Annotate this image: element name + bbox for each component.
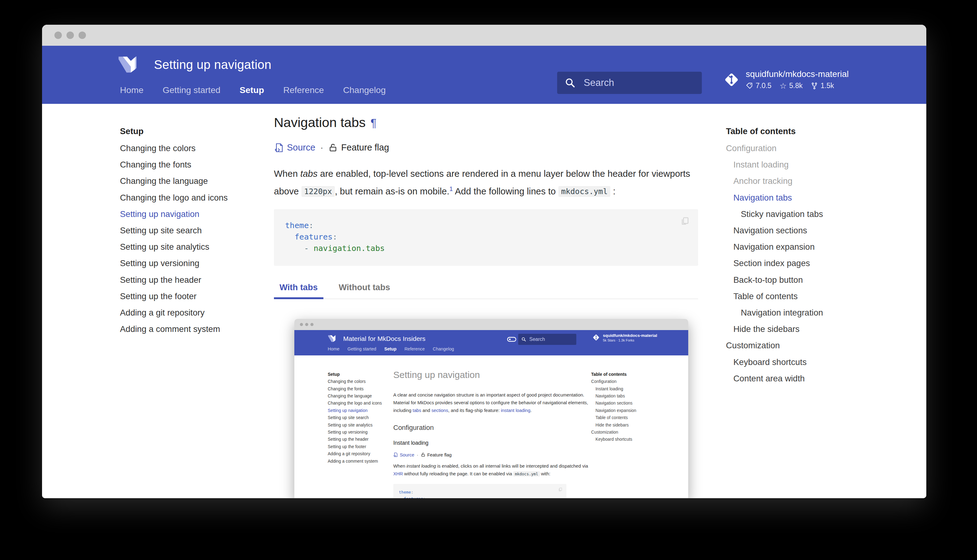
mini-repo-name: squidfunk/mkdocs-material	[603, 333, 657, 338]
mini-link: instant loading	[501, 408, 530, 413]
nav-tab[interactable]: Changelog	[343, 85, 386, 95]
source-file-icon	[274, 143, 284, 153]
page-title: Setting up navigation	[154, 58, 272, 72]
intro-paragraph: When tabs are enabled, top-level section…	[274, 166, 698, 199]
mini-sidebar-title: Setup	[328, 371, 393, 378]
source-link[interactable]: Source	[287, 142, 315, 153]
toc-item[interactable]: Section index pages	[726, 255, 871, 272]
mini-toc-item: Configuration	[591, 378, 662, 385]
mkdocs-material-logo-icon[interactable]	[117, 56, 137, 73]
content-tabs: With tabsWithout tabs	[274, 282, 698, 299]
toc-item[interactable]: Back-to-top button	[726, 272, 871, 288]
mini-search-input: Search	[518, 334, 576, 345]
git-icon	[722, 70, 741, 89]
sidebar-item[interactable]: Changing the logo and icons	[120, 190, 253, 206]
toc-item[interactable]: Navigation integration	[726, 304, 871, 321]
toc-item[interactable]: Anchor tracking	[726, 173, 871, 189]
toc-item[interactable]: Navigation sections	[726, 222, 871, 238]
mini-source-file-icon	[393, 452, 398, 457]
repo-version: 7.0.5	[755, 82, 771, 90]
mini-sidebar-item: Changing the logo and icons	[328, 400, 393, 407]
nav-tab[interactable]: Getting started	[163, 85, 220, 95]
mini-toc-item: Navigation tabs	[591, 392, 662, 400]
toc-item[interactable]: Table of contents	[726, 288, 871, 304]
source-meta-line: Source · Feature flag	[274, 142, 698, 153]
mini-toc-item: Keyboard shortcuts	[591, 436, 662, 443]
sidebar-item[interactable]: Setting up the footer	[120, 288, 253, 304]
mini-page-content: Setup Changing the colorsChanging the fo…	[294, 355, 688, 498]
mini-feature-flag-label: Feature flag	[427, 452, 452, 457]
sidebar-item[interactable]: Adding a comment system	[120, 321, 253, 337]
toc-item[interactable]: Hide the sidebars	[726, 321, 871, 337]
mini-nav-tab: Setup	[384, 347, 396, 352]
content-tab[interactable]: Without tabs	[333, 282, 396, 298]
nav-tab[interactable]: Reference	[283, 85, 324, 95]
mini-sidebar-item: Setting up site analytics	[328, 422, 393, 428]
toc-item[interactable]: Sticky navigation tabs	[726, 206, 871, 222]
star-icon: ☆	[779, 82, 787, 90]
mini-intro-paragraph: A clear and concise navigation structure…	[393, 391, 591, 415]
mini-sidebar-item: Adding a comment system	[328, 458, 393, 465]
toc-item[interactable]: Instant loading	[726, 157, 871, 173]
mini-toggle-switch-icon	[507, 337, 516, 342]
search-input[interactable]: Search	[557, 72, 702, 94]
mini-sidebar-item: Setting up versioning	[328, 428, 393, 436]
sidebar-item[interactable]: Setting up versioning	[120, 255, 253, 272]
sidebar-item[interactable]: Changing the language	[120, 173, 253, 189]
content-tab[interactable]: With tabs	[274, 282, 323, 298]
copy-button[interactable]	[680, 216, 690, 227]
nav-tab[interactable]: Setup	[240, 85, 264, 95]
toc-item[interactable]: Navigation expansion	[726, 238, 871, 255]
sidebar-item[interactable]: Setting up site search	[120, 222, 253, 238]
mini-sidebar: Setup Changing the colorsChanging the fo…	[328, 371, 393, 465]
mini-article-heading: Setting up navigation	[393, 370, 597, 380]
mini-inline-code: mkdocs.yml	[513, 471, 540, 477]
footnote-link[interactable]: 1	[449, 185, 453, 192]
mini-toc-item: Instant loading	[591, 385, 662, 392]
traffic-light-button[interactable]	[78, 32, 86, 39]
separator-dot: ·	[320, 142, 323, 153]
mini-sidebar-item: Changing the colors	[328, 378, 393, 385]
mini-traffic-light	[300, 323, 303, 326]
sidebar-item[interactable]: Adding a git repository	[120, 304, 253, 321]
repo-link[interactable]: squidfunk/mkdocs-material 7.0.5 ☆ 5.8k	[722, 69, 849, 90]
mini-emphasis-text: instant loading	[407, 463, 436, 468]
sidebar-section-title: Setup	[120, 123, 253, 139]
traffic-light-button[interactable]	[54, 32, 62, 39]
toc-item[interactable]: Navigation tabs	[726, 190, 871, 206]
mini-separator-dot: ·	[417, 452, 418, 457]
inline-code: mkdocs.yml	[559, 186, 611, 197]
sidebar-item[interactable]: Setting up navigation	[120, 206, 253, 222]
mini-toc-item: Navigation sections	[591, 400, 662, 407]
sidebar-item[interactable]: Changing the colors	[120, 140, 253, 157]
mini-logo-icon	[328, 335, 336, 342]
toc-item[interactable]: Customization	[726, 337, 871, 353]
nav-tab[interactable]: Home	[120, 85, 143, 95]
sidebar-item[interactable]: Setting up the header	[120, 272, 253, 288]
emphasis-text: tabs	[300, 168, 318, 178]
mini-nav-tabs: HomeGetting startedSetupReferenceChangel…	[294, 344, 688, 353]
mini-repo-meta: 5k Stars · 1.3k Forks	[603, 338, 657, 342]
mini-link: tabs	[413, 408, 422, 413]
browser-window: Setting up navigation Search squidfunk/m…	[42, 25, 926, 498]
toc-item[interactable]: Content area width	[726, 370, 871, 387]
article: Navigation tabs¶ Source · Feature flag W…	[274, 115, 698, 498]
mini-code-block: theme: features: - navigation.instant	[393, 484, 567, 498]
toc-item[interactable]: Keyboard shortcuts	[726, 354, 871, 370]
mini-search-icon	[521, 337, 526, 342]
mini-link: sections	[431, 408, 448, 413]
mini-toc-item: Hide the sidebars	[591, 422, 662, 428]
mini-code-content: theme: features: - navigation.instant	[399, 489, 561, 498]
primary-sidebar: Setup Changing the colorsChanging the fo…	[120, 123, 253, 337]
headerlink-pilcrow[interactable]: ¶	[370, 117, 376, 130]
mini-sidebar-item: Setting up site search	[328, 414, 393, 421]
mini-search-placeholder: Search	[529, 337, 545, 342]
traffic-light-button[interactable]	[67, 32, 74, 39]
mini-sidebar-item: Changing the fonts	[328, 385, 393, 392]
sidebar-item[interactable]: Setting up site analytics	[120, 238, 253, 255]
sidebar-item[interactable]: Changing the fonts	[120, 157, 253, 173]
mini-subsection-heading: Instant loading	[393, 440, 597, 446]
toc-item[interactable]: Configuration	[726, 140, 871, 157]
mini-git-icon	[592, 333, 600, 342]
mini-nav-tab: Reference	[404, 347, 425, 352]
